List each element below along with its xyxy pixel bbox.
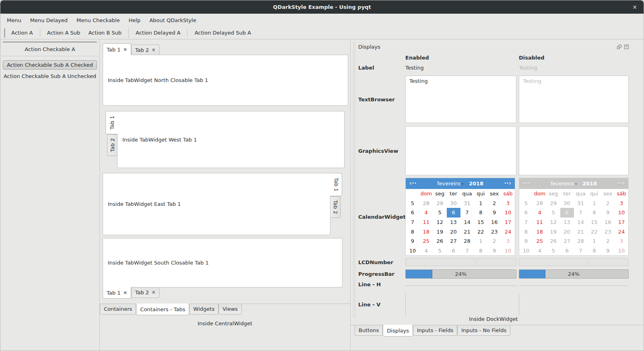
menu-item-menu-delayed[interactable]: Menu Delayed [26,14,72,27]
menu-item-menu[interactable]: Menu [2,14,26,27]
calendar-day-cell: 29 [547,199,560,208]
action-checkable-a-label[interactable]: Action Checkable A [25,46,75,52]
tab-widgets[interactable]: Widgets [189,304,219,314]
tab-west-1[interactable]: Tab 1 [105,111,118,134]
calendar-day-cell[interactable]: 14 [460,218,474,227]
dock-float-icon[interactable] [617,45,621,49]
tab-inputs-no-fields[interactable]: Inputs - No Fields [457,325,510,336]
calendar-day-cell[interactable]: 8 [474,208,487,218]
tab-north-2[interactable]: Tab 2 ✖ [131,45,160,55]
calendar-day-cell[interactable]: 4 [419,208,433,218]
month-dropdown[interactable]: fevereiro▾ [437,181,463,187]
tab-west-2[interactable]: Tab 2 [107,134,117,156]
tab-close-icon[interactable]: ✖ [123,47,127,52]
calendar-day-cell[interactable]: 15 [474,218,487,227]
tab-close-icon[interactable]: ✖ [152,48,155,52]
calendar-day-cell[interactable]: 31 [460,199,474,208]
calendar-day-cell: 19 [547,227,560,236]
tab-east-1[interactable]: Tab 1 [330,173,342,196]
tab-containers[interactable]: Containers [100,304,136,314]
graphicsview-enabled[interactable] [405,126,516,175]
tab-north-1[interactable]: Tab 1 ✖ [103,43,131,55]
dock-close-icon[interactable]: ✕ [624,45,629,49]
calendar-day-cell[interactable]: 9 [487,246,501,255]
tab-south-1[interactable]: Tab 1 ✖ [103,287,131,299]
calendar-day-cell[interactable]: 6 [447,246,460,255]
menu-item-about-qdarkstyle[interactable]: About QDarkStyle [145,14,200,27]
year-spinner[interactable]: 2018 [469,181,483,187]
calendar-day-cell[interactable]: 13 [447,218,460,227]
calendar-day-cell[interactable]: 26 [433,236,447,246]
calendar-day-cell[interactable]: 20 [447,227,460,236]
toolbar-action-a[interactable]: Action A [7,30,37,36]
calendar-day-cell: 3 [615,199,628,208]
calendar-day-cell[interactable]: 19 [433,227,447,236]
calendar-day-cell: 9 [601,246,615,255]
calendar-day-cell[interactable]: 10 [501,246,515,255]
calendar-day-cell[interactable]: 2 [487,236,501,246]
calendar-day-cell[interactable]: 4 [419,246,433,255]
tab-inputs-fields[interactable]: Inputs - Fields [413,325,457,336]
toolbar-action-delayed-a[interactable]: Action Delayed A [132,30,184,36]
calendar-day-cell[interactable]: 1 [474,236,487,246]
toolbar-action-a-sub[interactable]: Action A Sub [43,30,85,36]
menu-item-menu-checkable[interactable]: Menu Checkable [72,14,124,27]
tab-views[interactable]: Views [219,304,242,314]
calendar-day-cell: 11 [533,218,547,227]
tab-close-icon[interactable]: ✖ [152,290,155,295]
tab-containers-tabs[interactable]: Containers - Tabs [136,304,189,315]
calendar-day-cell[interactable]: 7 [460,246,474,255]
calendar-day-cell[interactable]: 25 [419,236,433,246]
dock-page-tabbar: Buttons Displays Inputs - Fields Inputs … [351,325,644,336]
tab-displays[interactable]: Displays [383,325,413,337]
window-close-icon[interactable]: ✕ [632,0,637,14]
calendar-day-cell[interactable]: 22 [474,227,487,236]
action-checkable-sub-a-checked-button[interactable]: Action Checkable Sub A Checked [3,60,97,70]
prev-month-icon[interactable]: ‹·· [409,181,417,187]
toolbar-drag-handle[interactable] [4,28,5,38]
calendar-day-cell[interactable]: 7 [460,208,474,218]
calendar-day-cell: 21 [574,227,588,236]
action-checkable-sub-a-unchecked-button[interactable]: Action Checkable Sub A Unchecked [2,72,98,80]
calendar-day-cell[interactable]: 3 [501,199,515,208]
calendar-day-cell[interactable]: 8 [474,246,487,255]
calendar-day-cell[interactable]: 5 [433,208,447,218]
calendar-day-cell[interactable]: 2 [487,199,501,208]
calendar-widget-enabled[interactable]: ‹··fevereiro▾2018··›domsegterquaquisexsá… [405,178,515,256]
tab-south-2[interactable]: Tab 2 ✖ [131,287,160,298]
toolbar-action-b-sub[interactable]: Action B Sub [84,30,126,36]
next-month-icon[interactable]: ··› [504,181,511,187]
calendar-day-cell[interactable]: 10 [501,208,515,218]
calendar-day-cell[interactable]: 6 [447,208,460,218]
calendar-day-cell[interactable]: 16 [487,218,501,227]
calendar-day-cell[interactable]: 23 [487,227,501,236]
calendar-day-cell[interactable]: 11 [419,218,433,227]
textbrowser-enabled[interactable]: Testing [405,76,516,123]
calendar-day-cell[interactable]: 12 [433,218,447,227]
calendar-day-cell[interactable]: 17 [501,218,515,227]
calendar-day-cell: 28 [533,199,547,208]
day-of-week-header: ter [447,189,460,199]
calendar-day-cell[interactable]: 1 [474,199,487,208]
calendar-day-cell: 5 [547,208,560,218]
tab-label: Views [223,306,238,312]
tab-buttons[interactable]: Buttons [355,325,383,336]
tab-east-2[interactable]: Tab 2 [330,196,341,218]
dock-titlebar[interactable]: Displays ✕ [358,42,629,51]
calendar-day-cell[interactable]: 29 [433,199,447,208]
left-toolbar-drag-handle[interactable] [3,41,97,43]
tab-close-icon[interactable]: ✖ [123,291,127,295]
calendar-day-cell[interactable]: 9 [487,208,501,218]
calendar-day-cell[interactable]: 3 [501,236,515,246]
calendar-day-cell[interactable]: 27 [447,236,460,246]
calendar-day-cell[interactable]: 18 [419,227,433,236]
calendar-day-cell[interactable]: 5 [433,246,447,255]
containers-tabs-page: Tab 1 ✖ Tab 2 ✖ Inside TabWidget North C… [100,39,350,300]
calendar-day-cell[interactable]: 28 [460,236,474,246]
calendar-day-cell[interactable]: 21 [460,227,474,236]
toolbar-action-delayed-sub-a[interactable]: Action Delayed Sub A [190,30,255,36]
calendar-day-cell[interactable]: 24 [501,227,515,236]
menu-item-help[interactable]: Help [124,14,145,27]
calendar-day-cell[interactable]: 28 [419,199,433,208]
calendar-day-cell[interactable]: 30 [447,199,460,208]
